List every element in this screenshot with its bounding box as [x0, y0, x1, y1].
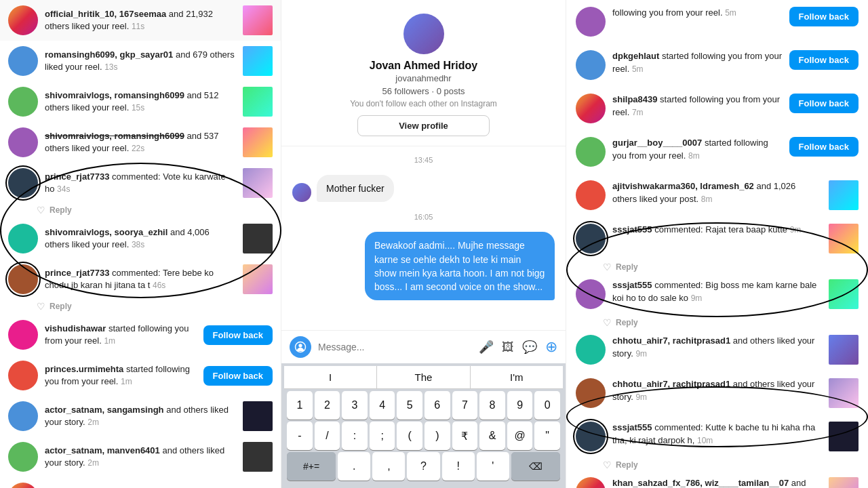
- chat-area: 13:45 Mother fucker 16:05 Bewakoof aadmi…: [281, 146, 566, 330]
- follow-back-button[interactable]: Follow back: [203, 325, 273, 345]
- notification-item: official_hritik_10, 167seemaa and 21,932…: [0, 0, 281, 41]
- key-colon[interactable]: :: [342, 422, 368, 450]
- key-rparen[interactable]: ): [425, 422, 450, 450]
- notif-thumbnail: [243, 168, 273, 198]
- notif-text: sssjat555 commented: Kutte k bache tu hi…: [612, 422, 815, 445]
- user-avatar-icon: [290, 336, 311, 358]
- follow-back-button[interactable]: Follow back: [789, 7, 859, 26]
- notification-item: actor_satnam, sangamsingh and others lik…: [0, 396, 281, 436]
- message-bubble-incoming: Mother fucker: [317, 175, 394, 202]
- key-6[interactable]: 6: [425, 391, 450, 420]
- notification-item: shivomraivlogs, romansingh6099 and 537 o…: [0, 122, 281, 163]
- notification-item: shivomraivlogs, romansingh6099 and 512 o…: [0, 81, 281, 122]
- svg-point-1: [298, 344, 302, 347]
- right-notif-item: sssjat555 commented: Rajat tera baap kut…: [566, 217, 868, 260]
- word-suggestion[interactable]: I'm: [471, 366, 563, 388]
- notif-text: gurjar__boy____0007 started following yo…: [612, 138, 768, 161]
- notif-text: actor_satnam, manven6401 and others like…: [45, 445, 224, 468]
- keyboard-row-special: #+= . , ? ! ' ⌫: [287, 452, 560, 481]
- message-input[interactable]: [318, 342, 472, 352]
- heart-icon[interactable]: ♡: [37, 205, 45, 216]
- notif-thumbnail: [829, 224, 859, 253]
- heart-icon[interactable]: ♡: [603, 460, 612, 470]
- notification-item: vishudishawar started following you from…: [0, 314, 281, 355]
- reply-button[interactable]: Reply: [616, 460, 638, 470]
- key-rupee[interactable]: ₹: [452, 422, 478, 450]
- key-7[interactable]: 7: [452, 391, 478, 420]
- notif-thumbnail: [829, 335, 859, 365]
- key-dash[interactable]: -: [287, 422, 313, 450]
- key-apostrophe[interactable]: ': [477, 452, 509, 481]
- image-icon[interactable]: 🖼: [502, 340, 514, 354]
- avatar: [8, 168, 38, 198]
- key-symbols-toggle[interactable]: #+=: [287, 452, 336, 481]
- follow-back-button[interactable]: Follow back: [789, 94, 859, 113]
- key-2[interactable]: 2: [315, 391, 340, 420]
- heart-icon[interactable]: ♡: [603, 317, 612, 328]
- right-notifications-panel: following you from your reel. 5m Follow …: [566, 0, 868, 488]
- avatar: [576, 378, 606, 408]
- key-comma[interactable]: ,: [372, 452, 405, 481]
- word-suggestion[interactable]: I: [284, 366, 377, 388]
- notif-thumbnail: [829, 279, 859, 309]
- reply-button[interactable]: Reply: [50, 302, 72, 311]
- avatar: [576, 422, 606, 451]
- avatar: [8, 483, 38, 488]
- reply-row: ♡ Reply: [37, 301, 281, 312]
- time-label: 13:45: [292, 156, 555, 164]
- key-lparen[interactable]: (: [397, 422, 422, 450]
- notification-item: romansingh6099, gkp_sayar01 and 679 othe…: [0, 41, 281, 81]
- profile-header: Jovan Ahmed Hridoy jovanahmedhr 56 follo…: [281, 0, 566, 146]
- key-quote[interactable]: ": [534, 422, 560, 450]
- follow-back-button[interactable]: Follow back: [789, 50, 859, 70]
- reply-button[interactable]: Reply: [616, 318, 638, 327]
- key-period[interactable]: .: [338, 452, 370, 481]
- notif-thumbnail: [829, 477, 859, 488]
- key-semicolon[interactable]: ;: [370, 422, 395, 450]
- microphone-icon[interactable]: 🎤: [479, 340, 494, 354]
- reply-row: ♡ Reply: [603, 460, 868, 470]
- word-suggestion[interactable]: The: [377, 366, 470, 388]
- heart-icon[interactable]: ♡: [603, 262, 612, 272]
- key-9[interactable]: 9: [507, 391, 533, 420]
- key-ampersand[interactable]: &: [479, 422, 505, 450]
- key-at[interactable]: @: [507, 422, 533, 450]
- notification-item: sinhaji___, shivomraivlogs and 806: [0, 477, 281, 488]
- reply-button[interactable]: Reply: [50, 205, 72, 215]
- key-backspace[interactable]: ⌫: [511, 452, 560, 481]
- follow-back-button[interactable]: Follow back: [203, 366, 273, 386]
- avatar: [576, 279, 606, 309]
- follow-back-button[interactable]: Follow back: [789, 137, 859, 157]
- reply-row: ♡ Reply: [603, 262, 868, 272]
- notif-thumbnail: [829, 378, 859, 408]
- key-question[interactable]: ?: [407, 452, 439, 481]
- key-1[interactable]: 1: [287, 391, 313, 420]
- key-4[interactable]: 4: [370, 391, 395, 420]
- word-suggestions-bar: I The I'm: [284, 366, 563, 389]
- profile-username: jovanahmedhr: [295, 73, 552, 83]
- key-slash[interactable]: /: [315, 422, 340, 450]
- key-8[interactable]: 8: [479, 391, 505, 420]
- avatar: [8, 87, 38, 117]
- notif-text: ajitvishwakarma360, ldramesh_62 and 1,02…: [612, 181, 795, 204]
- key-0[interactable]: 0: [534, 391, 560, 420]
- key-3[interactable]: 3: [342, 391, 368, 420]
- time-label: 16:05: [292, 213, 555, 221]
- keyboard-row-symbols: - / : ; ( ) ₹ & @ ": [287, 422, 560, 450]
- view-profile-button[interactable]: View profile: [357, 115, 490, 136]
- reply-button[interactable]: Reply: [616, 262, 638, 272]
- sticker-icon[interactable]: 💬: [522, 340, 537, 354]
- avatar: [576, 477, 606, 488]
- notif-text: khan_sahzad_fx_786, wiz____tamilan__07 a…: [612, 478, 806, 488]
- key-exclaim[interactable]: !: [442, 452, 475, 481]
- heart-icon[interactable]: ♡: [37, 301, 45, 312]
- avatar: [8, 401, 38, 431]
- reply-row: ♡ Reply: [37, 205, 281, 216]
- notif-thumbnail: [243, 264, 273, 294]
- chat-panel: Jovan Ahmed Hridoy jovanahmedhr 56 follo…: [281, 0, 566, 488]
- plus-icon[interactable]: ⊕: [545, 338, 557, 356]
- avatar: [8, 224, 38, 253]
- key-5[interactable]: 5: [397, 391, 422, 420]
- notification-item: shivomraivlogs, soorya_ezhil and 4,006 o…: [0, 218, 281, 259]
- notif-thumbnail: [829, 422, 859, 451]
